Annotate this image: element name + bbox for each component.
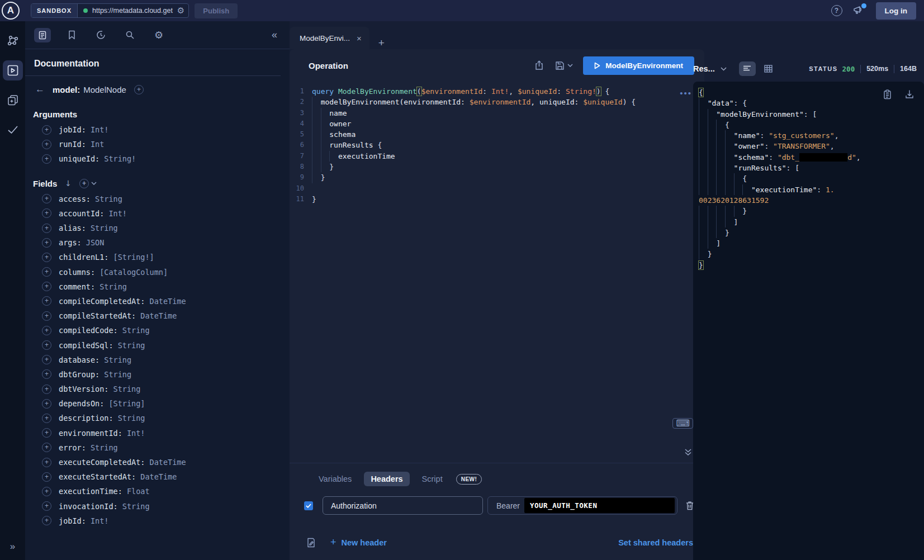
tab-variables[interactable]: Variables [312, 472, 358, 486]
tab-headers[interactable]: Headers [364, 472, 409, 486]
share-operation-icon[interactable] [534, 60, 544, 70]
add-field-icon[interactable]: + [42, 267, 51, 277]
table-view-toggle-icon[interactable] [760, 61, 777, 76]
add-field-icon[interactable]: + [42, 501, 51, 511]
field-row[interactable]: +database: String [25, 353, 290, 367]
help-icon[interactable]: ? [831, 5, 842, 16]
explorer-icon[interactable] [3, 60, 23, 80]
search-icon[interactable] [121, 28, 138, 42]
field-row[interactable]: +dependsOn: [String] [25, 396, 290, 411]
settings-gear-icon[interactable]: ⚙ [150, 28, 167, 42]
add-tab-icon[interactable]: + [369, 37, 394, 49]
field-row[interactable]: +environmentId: Int! [25, 426, 290, 440]
add-field-icon[interactable]: + [42, 154, 51, 164]
add-field-icon[interactable]: + [42, 414, 51, 423]
set-shared-headers-link[interactable]: Set shared headers [618, 538, 693, 547]
field-row[interactable]: +executeStartedAt: DateTime [25, 469, 290, 484]
add-field-icon[interactable]: + [42, 326, 51, 335]
add-field-icon[interactable]: + [42, 369, 51, 379]
field-row[interactable]: +compiledCode: String [25, 323, 290, 338]
field-row[interactable]: +dbtVersion: String [25, 382, 290, 396]
documentation-tab-icon[interactable] [34, 28, 51, 42]
raw-view-toggle-icon[interactable] [739, 61, 756, 76]
add-field-icon[interactable]: + [42, 487, 51, 496]
changelog-icon[interactable] [3, 90, 23, 110]
response-chevron-icon[interactable] [721, 67, 727, 71]
field-row[interactable]: +compileStartedAt: DateTime [25, 309, 290, 323]
checks-icon[interactable] [3, 120, 23, 140]
add-field-icon[interactable]: + [42, 472, 51, 482]
field-row[interactable]: +invocationId: String [25, 499, 290, 514]
announcements-icon[interactable] [853, 5, 865, 16]
field-row[interactable]: +executeCompletedAt: DateTime [25, 455, 290, 469]
add-field-icon[interactable]: + [42, 208, 51, 218]
expand-rail-icon[interactable]: » [0, 541, 25, 552]
header-key-input[interactable]: Authorization [323, 496, 483, 515]
add-field-icon[interactable]: + [42, 296, 51, 306]
add-field-icon[interactable]: + [42, 399, 51, 409]
add-field-icon[interactable]: + [42, 238, 51, 248]
editor-overflow-menu-icon[interactable]: ••• [680, 88, 692, 98]
add-field-icon[interactable]: + [42, 224, 51, 233]
schema-graph-icon[interactable] [3, 31, 23, 51]
publish-button[interactable]: Publish [195, 3, 238, 18]
field-row[interactable]: +accountId: Int! [25, 206, 290, 221]
add-field-icon[interactable]: + [42, 355, 51, 364]
sandbox-url-chip[interactable]: SANDBOX https://metadata.cloud.get ⚙ [31, 3, 189, 18]
response-json[interactable]: {"data": {"modelByEnvironment": [{"name"… [693, 82, 924, 270]
field-row[interactable]: +executionTime: Float [25, 484, 290, 499]
apollo-logo-icon[interactable]: A [2, 2, 20, 20]
add-all-fields-icon[interactable]: + [134, 85, 144, 94]
field-row[interactable]: +compileCompletedAt: DateTime [25, 294, 290, 309]
history-icon[interactable] [92, 28, 109, 42]
operation-tab[interactable]: ModelByEnvi... × [290, 27, 369, 49]
field-row[interactable]: +columns: [CatalogColumn] [25, 265, 290, 279]
field-row[interactable]: +error: String [25, 440, 290, 455]
shared-headers-doc-icon[interactable] [306, 538, 316, 548]
keyboard-shortcuts-icon[interactable]: ⌨ [672, 418, 693, 429]
add-field-icon[interactable]: + [42, 125, 51, 135]
close-tab-icon[interactable]: × [357, 34, 362, 43]
run-operation-button[interactable]: ModelByEnvironment [583, 56, 694, 75]
login-button[interactable]: Log in [876, 2, 917, 20]
field-row[interactable]: +dbtGroup: String [25, 367, 290, 382]
collapse-docs-icon[interactable]: « [272, 29, 290, 41]
response-title[interactable]: Res... [693, 64, 715, 73]
argument-row[interactable]: +runId: Int [25, 137, 290, 151]
endpoint-url[interactable]: https://metadata.cloud.get [91, 7, 176, 15]
collapse-drawer-icon[interactable] [684, 448, 692, 456]
add-field-icon[interactable]: + [42, 385, 51, 394]
add-field-icon[interactable]: + [42, 340, 51, 350]
add-field-icon[interactable]: + [42, 516, 51, 525]
field-row[interactable]: +description: String [25, 411, 290, 425]
add-field-icon[interactable]: + [42, 443, 51, 452]
add-field-icon[interactable]: + [42, 194, 51, 203]
auth-token-value[interactable]: YOUR_AUTH_TOKEN [524, 498, 675, 513]
back-arrow-icon[interactable]: ← [35, 84, 45, 95]
field-row[interactable]: +args: JSON [25, 235, 290, 250]
field-row[interactable]: +access: String [25, 192, 290, 206]
add-fields-icon[interactable]: + [79, 179, 89, 188]
new-header-button[interactable]: + New header [330, 537, 387, 548]
query-editor[interactable]: 1query ModelByEnvironment($environmentId… [290, 82, 704, 205]
header-value-input[interactable]: Bearer YOUR_AUTH_TOKEN [487, 496, 677, 515]
chevron-down-icon[interactable] [91, 182, 97, 185]
download-response-icon[interactable] [905, 89, 914, 99]
add-field-icon[interactable]: + [42, 140, 51, 149]
field-row[interactable]: +comment: String [25, 279, 290, 294]
tab-script[interactable]: Script [415, 472, 449, 486]
breadcrumb-type[interactable]: ModelNode [83, 85, 126, 94]
add-field-icon[interactable]: + [42, 458, 51, 467]
add-field-icon[interactable]: + [42, 253, 51, 262]
add-field-icon[interactable]: + [42, 311, 51, 321]
field-row[interactable]: +alias: String [25, 221, 290, 235]
field-row[interactable]: +jobId: Int! [25, 514, 290, 528]
sort-fields-icon[interactable]: ↓ [65, 179, 72, 188]
argument-row[interactable]: +uniqueId: String! [25, 151, 290, 166]
add-field-icon[interactable]: + [42, 428, 51, 438]
saved-operations-icon[interactable] [63, 28, 80, 42]
endpoint-settings-gear-icon[interactable]: ⚙ [176, 6, 188, 16]
field-row[interactable]: +childrenL1: [String!] [25, 250, 290, 264]
save-operation-button[interactable] [555, 61, 573, 70]
add-field-icon[interactable]: + [42, 282, 51, 291]
